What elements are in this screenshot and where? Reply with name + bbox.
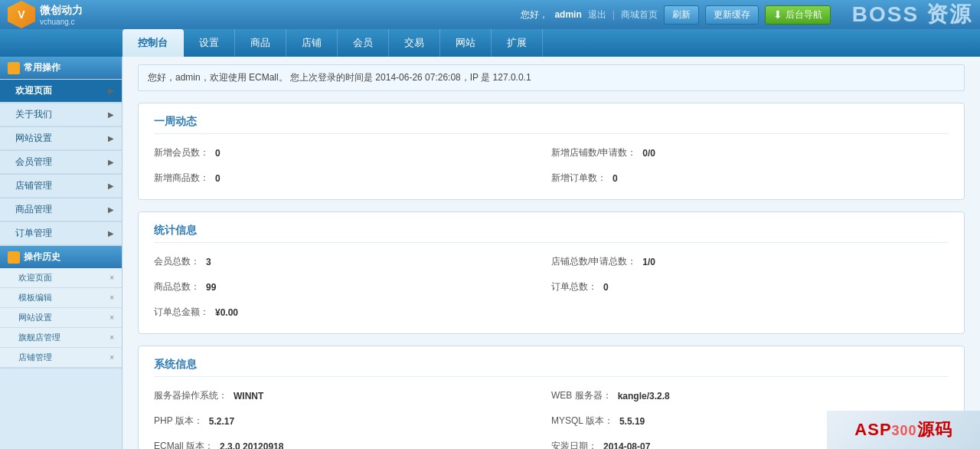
close-icon-flagship[interactable]: × bbox=[109, 333, 114, 342]
top-right-area: 您好， admin 退出 | 商城首页 刷新 更新缓存 ⬇ 后台导航 BOSS … bbox=[521, 0, 972, 29]
new-orders-row: 新增订单数： 0 bbox=[551, 169, 949, 188]
sidebar-header-history[interactable]: 操作历史 bbox=[0, 246, 122, 268]
backend-nav-button[interactable]: ⬇ 后台导航 bbox=[765, 5, 831, 25]
arrow-icon-site: ▶ bbox=[108, 134, 114, 143]
sidebar-item-shop-mgmt[interactable]: 店铺管理 ▶ bbox=[0, 175, 122, 198]
order-amount-row: 订单总金额： ¥0.00 bbox=[154, 303, 551, 322]
main-layout: 常用操作 欢迎页面 ▶ 关于我们 ▶ 网站设置 ▶ 会员管理 ▶ bbox=[0, 57, 980, 449]
username-link[interactable]: admin bbox=[554, 9, 581, 20]
nav-item-website[interactable]: 网站 bbox=[440, 29, 492, 57]
shops-total-row: 店铺总数/申请总数： 1/0 bbox=[551, 252, 949, 271]
sidebar: 常用操作 欢迎页面 ▶ 关于我们 ▶ 网站设置 ▶ 会员管理 ▶ bbox=[0, 57, 122, 449]
os-value: WINNT bbox=[234, 391, 263, 401]
new-goods-value: 0 bbox=[215, 173, 220, 184]
new-members-row: 新增会员数： 0 bbox=[154, 143, 551, 162]
close-icon-shopmanage[interactable]: × bbox=[109, 353, 114, 362]
sidebar-section-welcome: 欢迎页面 ▶ bbox=[0, 80, 122, 103]
statistics-grid: 会员总数： 3 店铺总数/申请总数： 1/0 商品总数： 99 订单总数： 0 … bbox=[154, 252, 949, 322]
sidebar-section-about: 关于我们 ▶ bbox=[0, 103, 122, 127]
sidebar-section-goods-mgmt: 商品管理 ▶ bbox=[0, 198, 122, 222]
order-amount-label: 订单总金额： bbox=[154, 306, 209, 319]
statistics-title: 统计信息 bbox=[154, 224, 949, 243]
close-icon-template[interactable]: × bbox=[109, 293, 114, 302]
nav-item-dashboard[interactable]: 控制台 bbox=[122, 29, 184, 57]
sidebar-item-order-mgmt-label: 订单管理 bbox=[15, 227, 52, 240]
boss-text: BOSS 资源 bbox=[852, 0, 972, 29]
nav-item-member[interactable]: 会员 bbox=[338, 29, 389, 57]
statistics-card: 统计信息 会员总数： 3 店铺总数/申请总数： 1/0 商品总数： 99 订单总… bbox=[138, 211, 965, 334]
arrow-icon: ▶ bbox=[108, 87, 114, 95]
sidebar-section-site-settings: 网站设置 ▶ bbox=[0, 127, 122, 151]
sidebar-section-order-mgmt: 订单管理 ▶ bbox=[0, 222, 122, 246]
new-shops-row: 新增店铺数/申请数： 0/0 bbox=[551, 143, 949, 162]
sep1: | bbox=[612, 9, 615, 20]
php-row: PHP 版本： 5.2.17 bbox=[154, 411, 551, 431]
shop-home-link[interactable]: 商城首页 bbox=[621, 8, 658, 21]
sidebar-item-site-settings[interactable]: 网站设置 ▶ bbox=[0, 127, 122, 150]
logo-text-block: 微创动力 vchuang.c bbox=[40, 4, 83, 26]
ecmall-label: ECMall 版本： bbox=[154, 440, 214, 449]
user-greeting: 您好， bbox=[521, 8, 548, 21]
goods-total-value: 99 bbox=[206, 282, 216, 293]
shops-total-label: 店铺总数/申请总数： bbox=[551, 255, 636, 268]
close-icon-welcome[interactable]: × bbox=[109, 274, 114, 282]
sidebar-item-goods-mgmt[interactable]: 商品管理 ▶ bbox=[0, 198, 122, 221]
sidebar-subitem-template[interactable]: 模板编辑 × bbox=[0, 288, 122, 308]
close-icon-siteconfig[interactable]: × bbox=[109, 313, 114, 322]
os-label: 服务器操作系统： bbox=[154, 389, 227, 402]
sidebar-item-goods-mgmt-label: 商品管理 bbox=[15, 203, 52, 216]
nav-bar: 控制台 设置 商品 店铺 会员 交易 网站 扩展 bbox=[0, 29, 980, 57]
logo-v: V bbox=[18, 8, 24, 21]
weekly-grid: 新增会员数： 0 新增店铺数/申请数： 0/0 新增商品数： 0 新增订单数： … bbox=[154, 143, 949, 188]
orders-total-label: 订单总数： bbox=[551, 280, 597, 293]
update-cache-button[interactable]: 更新缓存 bbox=[705, 5, 759, 25]
subitem-welcome-label: 欢迎页面 bbox=[18, 272, 52, 283]
logo-name: 微创动力 bbox=[40, 4, 83, 18]
new-shops-label: 新增店铺数/申请数： bbox=[551, 146, 636, 159]
content-area: 您好，admin，欢迎使用 ECMall。 您上次登录的时间是 2014-06-… bbox=[122, 57, 980, 449]
sidebar-item-welcome[interactable]: 欢迎页面 ▶ bbox=[0, 80, 122, 103]
sidebar-item-about-label: 关于我们 bbox=[15, 108, 52, 121]
mysql-label: MYSQL 版本： bbox=[551, 415, 613, 428]
sidebar-section-member-mgmt: 会员管理 ▶ bbox=[0, 151, 122, 175]
sidebar-item-about[interactable]: 关于我们 ▶ bbox=[0, 103, 122, 126]
arrow-icon-about: ▶ bbox=[108, 110, 114, 119]
sidebar-subitem-shopmanage[interactable]: 店铺管理 × bbox=[0, 348, 122, 368]
arrow-icon-order: ▶ bbox=[108, 229, 114, 238]
nav-item-shop[interactable]: 店铺 bbox=[286, 29, 338, 57]
nav-item-goods[interactable]: 商品 bbox=[235, 29, 286, 57]
download-icon: ⬇ bbox=[773, 8, 782, 21]
members-total-label: 会员总数： bbox=[154, 255, 200, 268]
bottom-watermark-area: ASP300源码 bbox=[827, 411, 980, 449]
refresh-button[interactable]: 刷新 bbox=[664, 5, 699, 25]
new-members-value: 0 bbox=[215, 148, 220, 159]
sidebar-header-common[interactable]: 常用操作 bbox=[0, 57, 122, 79]
goods-total-label: 商品总数： bbox=[154, 280, 200, 293]
members-total-row: 会员总数： 3 bbox=[154, 252, 551, 271]
orders-total-value: 0 bbox=[603, 282, 609, 293]
watermark-text: ASP300源码 bbox=[854, 418, 952, 441]
welcome-text: 您好，admin，欢迎使用 ECMall。 您上次登录的时间是 2014-06-… bbox=[148, 72, 531, 83]
shops-total-value: 1/0 bbox=[642, 257, 655, 267]
sidebar-header-history-label: 操作历史 bbox=[24, 251, 60, 264]
logout-link[interactable]: 退出 bbox=[588, 8, 606, 21]
subitem-shopmanage-label: 店铺管理 bbox=[18, 352, 52, 363]
subitem-template-label: 模板编辑 bbox=[18, 292, 52, 303]
sidebar-item-welcome-label: 欢迎页面 bbox=[15, 84, 52, 97]
sidebar-item-member-mgmt-label: 会员管理 bbox=[15, 156, 52, 169]
nav-item-settings[interactable]: 设置 bbox=[184, 29, 235, 57]
sidebar-subitem-welcome[interactable]: 欢迎页面 × bbox=[0, 268, 122, 288]
mysql-value: 5.5.19 bbox=[619, 416, 645, 427]
sidebar-subitem-siteconfig[interactable]: 网站设置 × bbox=[0, 308, 122, 328]
sidebar-section-history: 操作历史 欢迎页面 × 模板编辑 × 网站设置 × 旗舰店管理 × 店铺管理 × bbox=[0, 246, 122, 369]
new-shops-value: 0/0 bbox=[642, 148, 655, 159]
sidebar-section-shop-mgmt: 店铺管理 ▶ bbox=[0, 175, 122, 198]
nav-item-trade[interactable]: 交易 bbox=[389, 29, 440, 57]
php-value: 5.2.17 bbox=[209, 416, 234, 427]
orders-total-row: 订单总数： 0 bbox=[551, 277, 949, 297]
sidebar-subitem-flagship[interactable]: 旗舰店管理 × bbox=[0, 328, 122, 348]
sidebar-item-order-mgmt[interactable]: 订单管理 ▶ bbox=[0, 222, 122, 245]
sidebar-item-member-mgmt[interactable]: 会员管理 ▶ bbox=[0, 151, 122, 174]
nav-item-extend[interactable]: 扩展 bbox=[492, 29, 543, 57]
welcome-bar: 您好，admin，欢迎使用 ECMall。 您上次登录的时间是 2014-06-… bbox=[138, 64, 965, 91]
